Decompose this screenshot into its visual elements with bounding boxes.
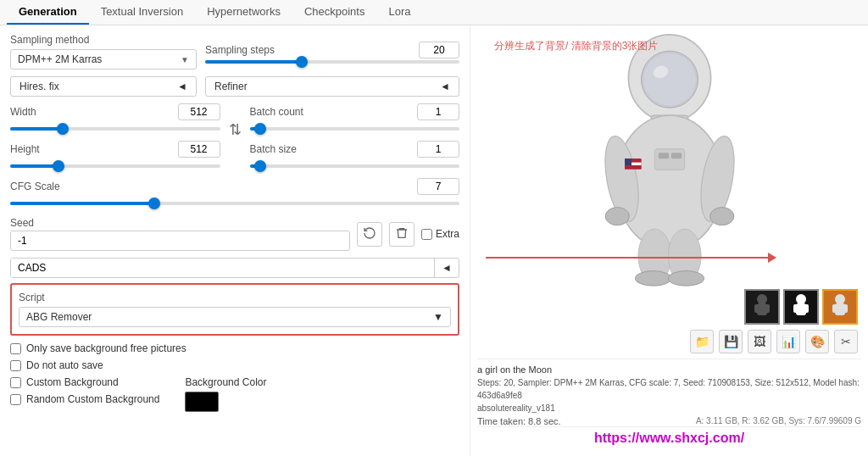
- random-custom-bg-checkbox[interactable]: [10, 394, 21, 405]
- sampling-method-arrow: ▼: [181, 55, 189, 64]
- svg-rect-16: [625, 165, 641, 169]
- toolbar-crop-button[interactable]: ✂: [834, 330, 858, 353]
- random-custom-bg-row: Random Custom Background: [10, 393, 159, 405]
- toolbar-paint-button[interactable]: 🎨: [805, 330, 829, 353]
- toolbar-image-button[interactable]: 🖼: [748, 330, 771, 353]
- svg-rect-25: [765, 304, 770, 313]
- svg-rect-10: [654, 149, 684, 170]
- hires-fix-button[interactable]: Hires. fix ◄: [10, 76, 197, 97]
- info-main-text: a girl on the Moon: [477, 363, 861, 377]
- svg-rect-12: [670, 153, 681, 158]
- extra-check-row: Extra: [421, 228, 459, 240]
- tab-checkpoints[interactable]: Checkpoints: [292, 0, 377, 25]
- thumbnail-1[interactable]: [744, 289, 780, 325]
- no-auto-save-label: Do not auto save: [26, 359, 103, 371]
- sampling-row: Sampling method DPM++ 2M Karras ▼ Sampli…: [10, 34, 459, 70]
- cfg-scale-slider[interactable]: [10, 197, 459, 210]
- no-auto-save-checkbox[interactable]: [10, 360, 21, 371]
- batch-size-input[interactable]: 1: [417, 141, 459, 158]
- sampling-steps-input[interactable]: 20: [419, 42, 459, 58]
- astronaut-image-area: 分辨生成了背景/ 清除背景的3张图片: [477, 32, 861, 289]
- svg-rect-11: [658, 153, 668, 158]
- svg-rect-28: [793, 304, 798, 313]
- thumbnails-row: [477, 289, 861, 325]
- toolbar-save-button[interactable]: 💾: [719, 330, 743, 353]
- cads-arrow[interactable]: ◄: [434, 259, 459, 277]
- seed-label: Seed: [10, 217, 350, 229]
- tabs-bar: Generation Textual Inversion Hypernetwor…: [0, 0, 868, 25]
- tab-hypernetworks[interactable]: Hypernetworks: [195, 0, 292, 25]
- cads-row: CADS ◄: [10, 258, 459, 278]
- hires-refiner-row: Hires. fix ◄ Refiner ◄: [10, 76, 459, 97]
- seed-input[interactable]: -1: [10, 231, 350, 251]
- cads-input[interactable]: CADS: [11, 259, 434, 277]
- seed-row: Seed -1 Extra: [10, 217, 459, 251]
- annotation-area: 分辨生成了背景/ 清除背景的3张图片: [494, 39, 658, 53]
- refiner-button[interactable]: Refiner ◄: [205, 76, 459, 97]
- width-input[interactable]: 512: [178, 103, 220, 120]
- batch-count-slider[interactable]: [250, 122, 460, 136]
- svg-rect-32: [832, 304, 837, 313]
- tab-lora[interactable]: Lora: [376, 0, 422, 25]
- cfg-scale-input[interactable]: 7: [417, 178, 459, 195]
- custom-bg-checkbox[interactable]: [10, 377, 21, 388]
- time-taken-text: Time taken: 8.8 sec.: [477, 416, 561, 426]
- app-container: Generation Textual Inversion Hypernetwor…: [0, 0, 868, 456]
- thumbnail-2[interactable]: [783, 289, 819, 325]
- script-select[interactable]: ABG Remover ▼: [19, 307, 451, 327]
- toolbar: 📁 💾 🖼 📊 🎨 ✂: [477, 330, 861, 353]
- width-slider[interactable]: [10, 122, 220, 136]
- left-panel: Sampling method DPM++ 2M Karras ▼ Sampli…: [0, 25, 470, 456]
- main-content: Sampling method DPM++ 2M Karras ▼ Sampli…: [0, 25, 868, 456]
- no-auto-save-row: Do not auto save: [10, 359, 459, 371]
- batch-size-label: Batch size: [250, 143, 297, 155]
- toolbar-folder-button[interactable]: 📁: [690, 330, 714, 353]
- bg-color-section: Background Color: [185, 376, 266, 412]
- extra-checkbox[interactable]: [421, 229, 432, 240]
- thumbnail-3[interactable]: [822, 289, 858, 325]
- image-info-section: a girl on the Moon Steps: 20, Sampler: D…: [477, 359, 861, 415]
- only-save-checkbox[interactable]: [10, 343, 21, 354]
- width-label: Width: [10, 106, 36, 118]
- info-bottom-row: Time taken: 8.8 sec. A: 3.11 GB, R: 3.62…: [477, 416, 861, 426]
- cfg-scale-label: CFG Scale: [10, 181, 60, 192]
- script-label: Script: [19, 292, 451, 303]
- color-swatch[interactable]: [185, 392, 219, 412]
- batch-count-label: Batch count: [250, 106, 303, 118]
- svg-rect-33: [843, 304, 848, 313]
- dimensions-batch-section: Width 512 Height 512: [10, 103, 459, 173]
- seed-delete-button[interactable]: [389, 222, 415, 247]
- info-details-text: Steps: 20, Sampler: DPM++ 2M Karras, CFG…: [477, 376, 861, 402]
- batch-size-row: Batch size 1: [250, 141, 460, 173]
- batch-count-input[interactable]: 1: [417, 103, 459, 120]
- svg-point-9: [709, 208, 733, 225]
- height-label: Height: [10, 143, 40, 155]
- arrow-indicator: [486, 253, 776, 263]
- right-panel: 分辨生成了背景/ 清除背景的3张图片: [470, 25, 868, 456]
- svg-point-8: [605, 208, 629, 225]
- svg-point-20: [635, 271, 670, 286]
- svg-rect-17: [625, 158, 632, 165]
- sampling-method-label: Sampling method: [10, 34, 197, 46]
- bg-color-label: Background Color: [185, 376, 266, 388]
- svg-point-2: [643, 53, 696, 106]
- height-slider[interactable]: [10, 159, 220, 173]
- tab-textual-inversion[interactable]: Textual Inversion: [89, 0, 196, 25]
- wh-col: Width 512 Height 512: [10, 103, 220, 173]
- seed-recycle-button[interactable]: [357, 222, 382, 247]
- batch-col: Batch count 1 Batch size 1: [250, 103, 460, 173]
- toolbar-chart-button[interactable]: 📊: [776, 330, 800, 353]
- annotation-text: 分辨生成了背景/ 清除背景的3张图片: [494, 39, 658, 53]
- svg-point-26: [796, 294, 806, 304]
- custom-bg-label: Custom Background: [26, 376, 119, 388]
- svg-rect-29: [804, 304, 809, 313]
- only-save-label: Only save background free pictures: [26, 342, 186, 354]
- tab-generation[interactable]: Generation: [7, 0, 89, 25]
- custom-bg-row: Custom Background: [10, 376, 159, 388]
- sampling-steps-label: Sampling steps: [205, 44, 275, 56]
- batch-size-slider[interactable]: [250, 159, 460, 173]
- sampling-method-select[interactable]: DPM++ 2M Karras ▼: [10, 49, 197, 70]
- random-custom-bg-label: Random Custom Background: [26, 393, 159, 405]
- swap-icon[interactable]: ⇅: [229, 103, 242, 139]
- height-input[interactable]: 512: [178, 141, 220, 158]
